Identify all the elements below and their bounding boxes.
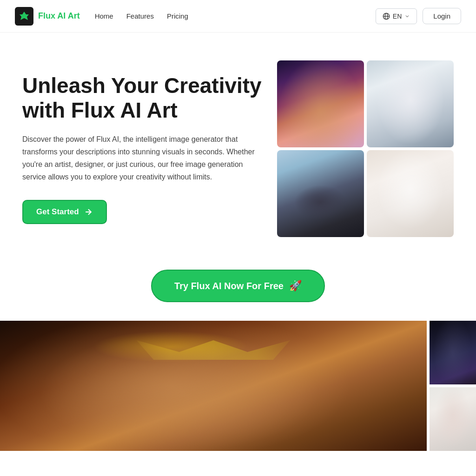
gallery-strip: [0, 321, 476, 451]
chevron-down-icon: [404, 13, 410, 19]
logo-link[interactable]: Flux AI Art: [15, 7, 80, 26]
rocket-icon: 🚀: [289, 280, 302, 292]
logo-icon: [15, 7, 33, 26]
try-free-label: Try Flux AI Now For Free: [174, 281, 284, 291]
login-button[interactable]: Login: [423, 8, 461, 24]
hero-image-cat: [367, 150, 454, 237]
gallery-side-image-1: [430, 321, 476, 384]
brand-name: Flux AI Art: [38, 11, 80, 21]
hero-content: Unleash Your Creativity with Flux AI Art…: [22, 73, 264, 225]
cta-section: Try Flux AI Now For Free 🚀: [0, 256, 476, 321]
hero-image-grid: [277, 60, 454, 237]
hero-description: Discover the power of Flux AI, the intel…: [22, 133, 264, 184]
navbar: Flux AI Art Home Features Pricing EN Log…: [0, 0, 476, 33]
arrow-right-icon: [84, 207, 93, 217]
hero-title: Unleash Your Creativity with Flux AI Art: [22, 73, 264, 123]
nav-pricing[interactable]: Pricing: [167, 12, 188, 20]
get-started-label: Get Started: [36, 207, 79, 217]
lang-label: EN: [393, 13, 402, 20]
nav-left: Flux AI Art Home Features Pricing: [15, 7, 188, 26]
gallery-side-images: [430, 321, 476, 451]
nav-home[interactable]: Home: [95, 12, 113, 20]
nav-links: Home Features Pricing: [95, 12, 188, 20]
hero-section: Unleash Your Creativity with Flux AI Art…: [0, 33, 476, 256]
nav-right: EN Login: [376, 8, 461, 24]
brand-icon: [19, 11, 30, 22]
hero-image-robot: [367, 60, 454, 147]
try-free-button[interactable]: Try Flux AI Now For Free 🚀: [151, 270, 325, 302]
gallery-main-image: [0, 321, 427, 451]
get-started-button[interactable]: Get Started: [22, 200, 107, 224]
hero-image-woman: [277, 60, 364, 147]
gallery-side-image-2: [430, 387, 476, 451]
globe-icon: [383, 13, 390, 20]
nav-features[interactable]: Features: [126, 12, 154, 20]
language-button[interactable]: EN: [376, 8, 417, 24]
hero-image-motorcycle: [277, 150, 364, 237]
